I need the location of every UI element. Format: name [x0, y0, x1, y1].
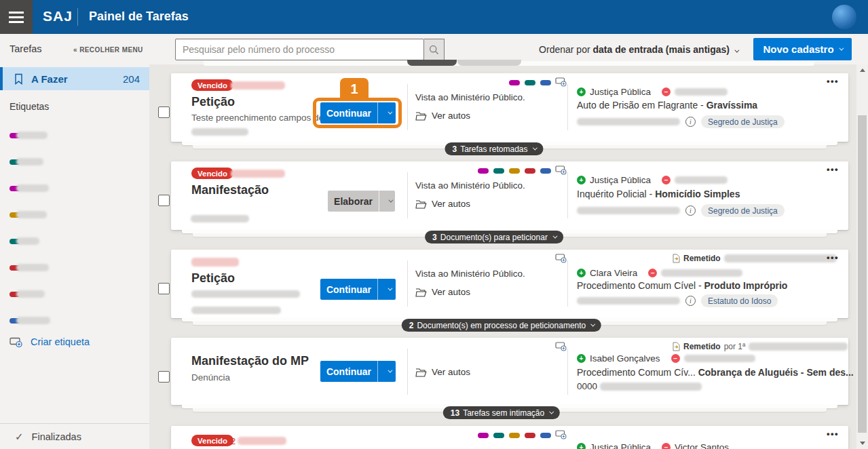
- info-icon[interactable]: i: [685, 117, 696, 127]
- elaborate-split-button[interactable]: Elaborar: [328, 191, 395, 212]
- view-case-files-link[interactable]: Ver autos: [415, 367, 470, 377]
- tag-add-icon[interactable]: [555, 77, 567, 87]
- redacted-case-number: [577, 118, 680, 125]
- sidebar-tag-item[interactable]: [10, 175, 142, 201]
- more-options-button[interactable]: •••: [827, 76, 839, 86]
- more-options-button[interactable]: •••: [827, 429, 839, 439]
- tag-add-icon[interactable]: [555, 429, 567, 440]
- law-badge: Segredo de Justiça: [701, 204, 785, 217]
- create-tag-button[interactable]: Criar etiqueta: [10, 336, 90, 347]
- view-case-files-link[interactable]: Ver autos: [415, 287, 470, 297]
- document-sent-icon: [672, 254, 680, 263]
- group-expander-pill[interactable]: 13Tarefas sem intimação: [443, 406, 560, 419]
- search-button[interactable]: [424, 39, 445, 60]
- party-from: Justiça Pública: [590, 442, 651, 449]
- column-divider: [567, 84, 568, 130]
- chevron-down-icon: [533, 146, 537, 151]
- tag-add-icon[interactable]: [555, 341, 567, 351]
- redacted-text: [191, 307, 281, 314]
- split-button-chevron[interactable]: [377, 102, 396, 123]
- minus-party-icon: −: [671, 354, 680, 363]
- redacted-case-number: [600, 383, 702, 391]
- task-checkbox[interactable]: [158, 106, 170, 118]
- sidebar-item-finalizadas[interactable]: ✓ Finalizadas: [15, 431, 81, 443]
- folder-icon: [415, 111, 427, 121]
- continue-split-button[interactable]: Continuar: [320, 102, 396, 123]
- task-checkbox[interactable]: [158, 195, 170, 206]
- sidebar-tag-item[interactable]: [10, 281, 142, 307]
- more-options-button[interactable]: •••: [827, 252, 839, 262]
- redacted-date: [231, 81, 285, 90]
- sidebar-tag-item[interactable]: [10, 201, 142, 228]
- redacted-text: [191, 215, 249, 222]
- redacted-date: [231, 170, 285, 178]
- column-divider: [567, 260, 568, 307]
- tag-list: [10, 122, 142, 334]
- search-input[interactable]: [175, 39, 424, 60]
- split-button-chevron[interactable]: [379, 191, 395, 212]
- sidebar-tag-item[interactable]: [10, 307, 142, 334]
- order-by-dropdown[interactable]: Ordenar por data de entrada (mais antiga…: [539, 44, 738, 55]
- case-parties: + Justiça Pública −: [577, 175, 728, 185]
- scrollbar-up-button[interactable]: [856, 64, 868, 76]
- tag-add-icon[interactable]: [555, 253, 567, 263]
- folder-icon: [415, 199, 427, 209]
- view-case-files-link[interactable]: Ver autos: [415, 199, 470, 209]
- tags-section-title: Etiquetas: [10, 101, 49, 112]
- tag-chip: [478, 433, 489, 438]
- tag-add-icon[interactable]: [555, 165, 567, 175]
- info-icon[interactable]: i: [685, 206, 696, 216]
- user-avatar[interactable]: [832, 5, 856, 29]
- new-record-button[interactable]: Novo cadastro: [753, 38, 852, 60]
- column-divider: [407, 349, 408, 395]
- redacted-text: [191, 290, 300, 298]
- search-icon: [429, 45, 439, 55]
- task-title: Manifestação do MP: [191, 354, 309, 368]
- task-subtitle: Denúncia: [191, 372, 230, 383]
- continue-split-button[interactable]: Continuar: [320, 279, 396, 300]
- case-number-row: i Estatuto do Idoso: [577, 294, 778, 307]
- sidebar-tag-item[interactable]: [10, 149, 142, 175]
- app-header: SAJ Painel de Tarefas: [0, 0, 868, 34]
- overdue-badge: Vencido: [191, 168, 233, 179]
- collapse-menu-button[interactable]: « RECOLHER MENU: [73, 46, 143, 54]
- view-case-files-link[interactable]: Ver autos: [415, 111, 470, 121]
- tag-chip: [478, 168, 489, 174]
- minus-party-icon: −: [662, 176, 671, 184]
- minus-party-icon: −: [662, 87, 671, 96]
- task-note: Vista ao Ministério Público.: [415, 269, 525, 279]
- tag-chip: [509, 433, 520, 438]
- case-line: Auto de Prisão em Flagrante - Gravíssima: [577, 100, 757, 111]
- scrollbar-down-button[interactable]: [856, 437, 868, 449]
- party-from: Clara Vieira: [590, 268, 637, 278]
- task-checkbox[interactable]: [158, 371, 170, 383]
- create-tag-label: Criar etiqueta: [31, 336, 90, 347]
- sidebar-tag-item[interactable]: [10, 254, 142, 281]
- tag-chip-row: [509, 80, 551, 85]
- folder-icon: [415, 288, 427, 297]
- group-expander-pill[interactable]: 3Documento(s) para peticionar: [425, 231, 563, 243]
- group-expander-pill[interactable]: 3Tarefas retomadas: [445, 142, 543, 155]
- split-button-chevron[interactable]: [377, 361, 396, 382]
- sidebar-tag-item[interactable]: [10, 228, 142, 254]
- task-checkbox[interactable]: [158, 283, 170, 294]
- split-button-chevron[interactable]: [377, 279, 396, 300]
- sidebar-item-a-fazer[interactable]: A Fazer 204: [0, 67, 149, 90]
- group-pill-fragment[interactable]: [407, 60, 457, 66]
- group-expander-pill[interactable]: 2Documento(s) em processo de peticioname…: [402, 319, 601, 332]
- scrollbar-thumb[interactable]: [858, 115, 867, 433]
- redacted-date: [191, 258, 239, 267]
- redacted-sent-info: [749, 343, 848, 351]
- tag-chip: [540, 433, 551, 438]
- more-options-button[interactable]: •••: [827, 164, 839, 174]
- sidebar-tag-item[interactable]: [10, 122, 142, 149]
- hamburger-menu-icon[interactable]: [0, 0, 33, 34]
- continue-split-button[interactable]: Continuar: [320, 361, 396, 382]
- info-icon[interactable]: i: [685, 296, 696, 306]
- column-divider: [407, 172, 408, 218]
- redacted-party: [684, 355, 755, 362]
- chevron-down-icon: [591, 322, 596, 327]
- case-number-row: i Segredo de Justiça: [577, 115, 785, 128]
- redacted-tag-label: [16, 184, 49, 192]
- redacted-tag-label: [16, 290, 45, 298]
